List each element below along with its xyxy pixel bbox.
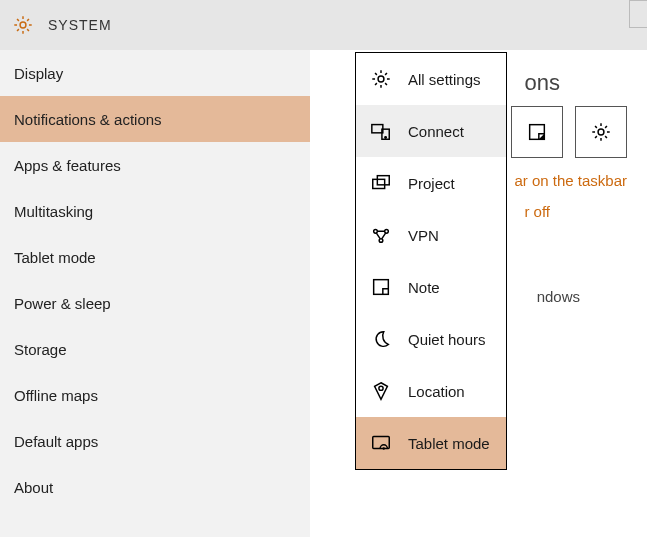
moon-icon [370,328,392,350]
header: SYSTEM [0,0,647,50]
menu-item-label: Connect [408,123,464,140]
sidebar-item-label: Notifications & actions [14,111,162,128]
sidebar-item-storage[interactable]: Storage [0,326,310,372]
menu-item-label: Tablet mode [408,435,490,452]
header-title: SYSTEM [48,17,112,33]
quick-actions-menu: All settings Connect Project VPN Note Qu… [355,52,507,470]
window: SYSTEM Display Notifications & actions A… [0,0,647,537]
svg-point-0 [20,22,26,28]
connect-icon [370,120,392,142]
menu-item-label: Location [408,383,465,400]
svg-point-15 [383,448,384,449]
svg-point-6 [385,137,386,138]
sidebar-item-notifications[interactable]: Notifications & actions [0,96,310,142]
menu-item-label: All settings [408,71,481,88]
svg-rect-7 [373,179,385,188]
svg-point-3 [378,76,384,82]
vpn-icon [370,224,392,246]
svg-point-13 [379,386,383,390]
sidebar-item-label: Multitasking [14,203,93,220]
menu-item-all-settings[interactable]: All settings [356,53,506,105]
svg-rect-8 [377,176,389,185]
project-icon [370,172,392,194]
menu-item-connect[interactable]: Connect [356,105,506,157]
gear-icon [590,121,612,143]
sidebar-item-label: Default apps [14,433,98,450]
sidebar-item-default-apps[interactable]: Default apps [0,418,310,464]
menu-item-vpn[interactable]: VPN [356,209,506,261]
sidebar-item-label: Power & sleep [14,295,111,312]
menu-item-tablet-mode[interactable]: Tablet mode [356,417,506,469]
sidebar-item-label: Tablet mode [14,249,96,266]
svg-rect-12 [374,280,389,295]
sidebar-item-multitasking[interactable]: Multitasking [0,188,310,234]
window-control[interactable] [629,0,647,28]
sidebar-item-label: Apps & features [14,157,121,174]
sidebar-item-power[interactable]: Power & sleep [0,280,310,326]
body: Display Notifications & actions Apps & f… [0,50,647,537]
menu-item-label: Quiet hours [408,331,486,348]
location-icon [370,380,392,402]
sidebar-item-label: Display [14,65,63,82]
svg-point-11 [379,239,383,243]
gear-icon [370,68,392,90]
menu-item-project[interactable]: Project [356,157,506,209]
svg-point-9 [374,230,378,234]
gear-icon [12,14,34,36]
note-icon [526,121,548,143]
sidebar-item-label: Storage [14,341,67,358]
tablet-icon [370,432,392,454]
menu-item-label: Project [408,175,455,192]
tile-settings[interactable] [575,106,627,158]
sidebar-item-tablet-mode[interactable]: Tablet mode [0,234,310,280]
sidebar: Display Notifications & actions Apps & f… [0,50,310,537]
menu-item-label: Note [408,279,440,296]
menu-item-note[interactable]: Note [356,261,506,313]
menu-item-location[interactable]: Location [356,365,506,417]
tile-note[interactable] [511,106,563,158]
sidebar-item-label: About [14,479,53,496]
sidebar-item-about[interactable]: About [0,464,310,510]
sidebar-item-label: Offline maps [14,387,98,404]
svg-point-2 [598,129,604,135]
menu-item-quiet-hours[interactable]: Quiet hours [356,313,506,365]
sidebar-item-apps[interactable]: Apps & features [0,142,310,188]
svg-point-10 [385,230,389,234]
sidebar-item-offline-maps[interactable]: Offline maps [0,372,310,418]
note-icon [370,276,392,298]
menu-item-label: VPN [408,227,439,244]
sidebar-item-display[interactable]: Display [0,50,310,96]
